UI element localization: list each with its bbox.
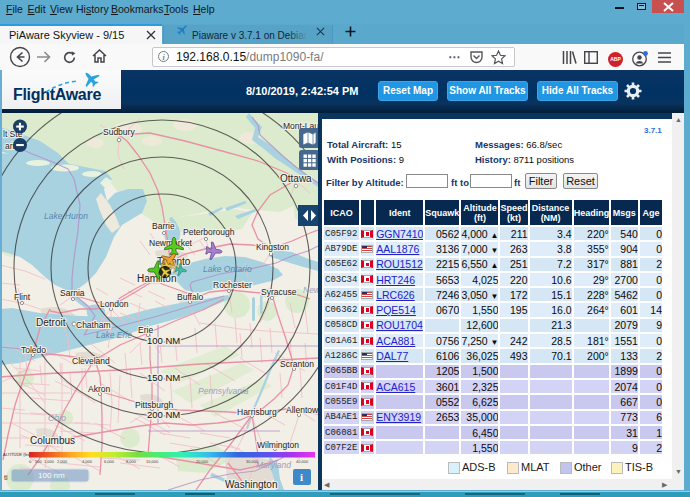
svg-text:Detroit: Detroit — [36, 317, 66, 328]
svg-text:Washington: Washington — [225, 479, 277, 490]
svg-text:20,000: 20,000 — [196, 459, 209, 464]
svg-text:Buffalo: Buffalo — [177, 292, 204, 302]
svg-text:Maryland: Maryland — [256, 460, 291, 470]
svg-text:Flint: Flint — [14, 292, 31, 302]
svg-text:ti: ti — [4, 474, 8, 481]
svg-text:Kingston: Kingston — [256, 242, 289, 252]
svg-text:Toledo: Toledo — [21, 345, 46, 355]
svg-text:100 nm: 100 nm — [38, 471, 65, 480]
svg-text:ALTITUDE (feet): ALTITUDE (feet) — [3, 452, 33, 457]
svg-text:Sarnia: Sarnia — [60, 288, 85, 298]
svg-text:Lake Ontario: Lake Ontario — [203, 264, 252, 274]
svg-text:Barrie: Barrie — [152, 221, 175, 231]
svg-text:Ohio: Ohio — [48, 413, 66, 423]
svg-text:2,000: 2,000 — [57, 459, 68, 464]
svg-text:100 NM: 100 NM — [147, 335, 180, 346]
svg-text:Pittsburgh: Pittsburgh — [135, 400, 174, 410]
svg-text:6,000: 6,000 — [104, 459, 115, 464]
svg-text:London: London — [100, 299, 129, 309]
svg-text:Scranton: Scranton — [280, 359, 314, 369]
svg-text:Lake Huron: Lake Huron — [44, 211, 88, 221]
svg-text:10,000: 10,000 — [146, 459, 159, 464]
svg-text:Ottawa: Ottawa — [280, 173, 312, 184]
svg-text:1,000: 1,000 — [44, 459, 55, 464]
svg-text:Columbus: Columbus — [30, 435, 75, 446]
svg-text:Lake Erie: Lake Erie — [96, 330, 132, 340]
svg-text:Wilmington: Wilmington — [257, 440, 299, 450]
svg-text:Allentown: Allentown — [286, 405, 318, 415]
svg-text:Erie: Erie — [138, 325, 153, 335]
svg-text:Akron: Akron — [88, 384, 110, 394]
svg-text:40,000: 40,000 — [296, 459, 309, 464]
svg-text:500: 500 — [35, 459, 42, 464]
svg-text:30,000: 30,000 — [246, 459, 259, 464]
svg-text:Chatham: Chatham — [76, 320, 111, 330]
svg-text:Pennsylvania: Pennsylvania — [198, 386, 249, 396]
svg-text:Sudbury: Sudbury — [103, 127, 135, 137]
svg-text:Peterborough: Peterborough — [183, 227, 235, 237]
svg-text:4,000: 4,000 — [82, 459, 93, 464]
svg-text:Cleveland: Cleveland — [72, 356, 110, 366]
svg-text:Rochester: Rochester — [213, 280, 252, 290]
svg-text:New: New — [303, 285, 318, 295]
svg-text:8,000: 8,000 — [126, 459, 137, 464]
svg-text:150 NM: 150 NM — [147, 372, 180, 383]
svg-text:i: i — [300, 471, 303, 483]
svg-text:Harrisburg: Harrisburg — [237, 407, 277, 417]
svg-text:Syracuse: Syracuse — [261, 287, 297, 297]
